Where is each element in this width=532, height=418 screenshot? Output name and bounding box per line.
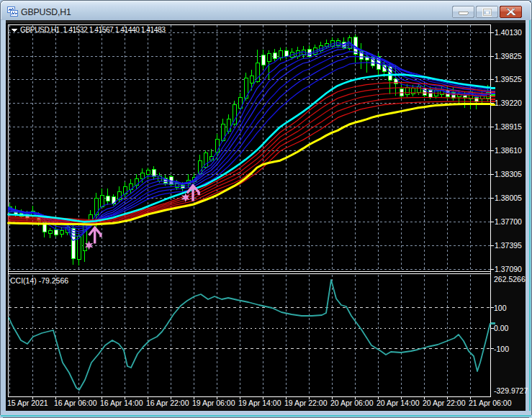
svg-text:20 Apr 22:00: 20 Apr 22:00	[423, 399, 466, 407]
svg-text:15 Apr 2021: 15 Apr 2021	[7, 399, 48, 407]
svg-text:0.00: 0.00	[494, 324, 509, 332]
svg-text:CCI(14) -79.2566: CCI(14) -79.2566	[10, 276, 68, 285]
svg-text:1.39825: 1.39825	[495, 52, 522, 60]
svg-text:1.38915: 1.38915	[495, 122, 522, 131]
svg-text:1.37090: 1.37090	[495, 265, 522, 273]
svg-text:16 Apr 14:00: 16 Apr 14:00	[100, 399, 143, 407]
svg-text:19 Apr 22:00: 19 Apr 22:00	[284, 399, 328, 407]
svg-text:20 Apr 14:00: 20 Apr 14:00	[377, 399, 420, 407]
svg-text:19 Apr 14:00: 19 Apr 14:00	[238, 399, 281, 407]
svg-text:16 Apr 06:00: 16 Apr 06:00	[54, 399, 97, 407]
svg-text:1.39220: 1.39220	[495, 99, 522, 107]
svg-text:1.37395: 1.37395	[495, 241, 522, 250]
svg-text:16 Apr 22:00: 16 Apr 22:00	[146, 399, 189, 407]
svg-text:1.38005: 1.38005	[495, 194, 522, 202]
svg-text:20 Apr 06:00: 20 Apr 06:00	[330, 399, 374, 407]
svg-text:262.5266: 262.5266	[494, 275, 526, 283]
svg-text:100: 100	[494, 304, 507, 312]
svg-text:1.39525: 1.39525	[495, 75, 522, 83]
svg-text:-329.9727: -329.9727	[494, 386, 528, 395]
svg-text:21 Apr 06:00: 21 Apr 06:00	[469, 399, 512, 407]
svg-text:1.38610: 1.38610	[495, 146, 522, 155]
svg-text:-100: -100	[494, 345, 509, 353]
svg-text:GBPUSD,H1: GBPUSD,H1	[21, 7, 71, 17]
svg-text:19 Apr 06:00: 19 Apr 06:00	[192, 399, 235, 407]
svg-text:1.37700: 1.37700	[495, 217, 522, 226]
svg-text:GBPUSD,H1 1.41532 1.41567 1.4: GBPUSD,H1 1.41532 1.41567 1.41440 1.4148…	[20, 26, 166, 34]
svg-text:1.40130: 1.40130	[495, 28, 522, 37]
svg-text:1.38305: 1.38305	[495, 170, 522, 178]
